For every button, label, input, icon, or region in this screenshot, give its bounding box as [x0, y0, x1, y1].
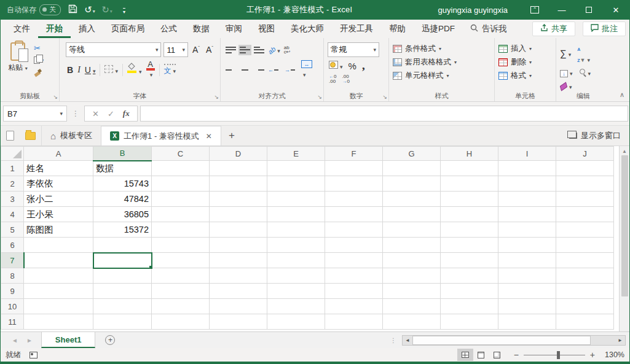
cell-F8[interactable]: [325, 268, 383, 284]
ribbon-display-options-icon[interactable]: ⌃: [521, 0, 548, 20]
cell-H7[interactable]: [441, 253, 498, 268]
borders-icon[interactable]: [104, 64, 118, 76]
font-dialog-launcher[interactable]: ↘: [214, 94, 219, 100]
italic-button[interactable]: I: [77, 65, 81, 75]
ribbon-tab-2[interactable]: 插入: [71, 20, 103, 38]
cancel-icon[interactable]: ✕: [92, 109, 99, 118]
cell-F2[interactable]: [325, 176, 383, 192]
cell-G3[interactable]: [383, 192, 441, 207]
cell-F6[interactable]: [325, 238, 383, 253]
cell-C3[interactable]: [152, 192, 210, 207]
new-document-icon[interactable]: [1, 126, 20, 145]
clear-icon[interactable]: [560, 80, 572, 91]
cell-E1[interactable]: [267, 161, 325, 176]
align-center-icon[interactable]: [240, 66, 250, 74]
sheet-nav-left-icon[interactable]: ◄: [12, 337, 18, 344]
increase-indent-icon[interactable]: →: [285, 66, 297, 74]
view-page-layout-button[interactable]: [473, 349, 489, 361]
cell-G6[interactable]: [383, 238, 441, 253]
align-right-icon[interactable]: [254, 66, 264, 74]
macro-record-icon[interactable]: [30, 352, 37, 358]
formula-bar-handle[interactable]: ⋮: [69, 109, 82, 118]
cell-I7[interactable]: [498, 253, 556, 268]
zoom-slider-thumb[interactable]: [557, 351, 560, 359]
font-name-select[interactable]: 等线: [66, 42, 161, 57]
increase-decimal-icon[interactable]: ←0.00: [329, 74, 336, 84]
format-cells-button[interactable]: 格式▾: [498, 71, 532, 81]
view-page-break-button[interactable]: [489, 349, 505, 361]
cell-E6[interactable]: [267, 238, 325, 253]
zoom-in-button[interactable]: +: [590, 350, 595, 360]
scroll-right-icon[interactable]: ►: [615, 338, 625, 343]
cell-A6[interactable]: [24, 238, 93, 253]
cell-D2[interactable]: [210, 176, 267, 192]
ribbon-tab-5[interactable]: 数据: [185, 20, 218, 38]
cell-B4[interactable]: 36805: [93, 207, 152, 222]
format-painter-icon[interactable]: [34, 68, 44, 77]
cell-F3[interactable]: [325, 192, 383, 207]
row-header-1[interactable]: 1: [1, 161, 24, 176]
decrease-font-icon[interactable]: Aˇ: [204, 45, 215, 55]
cell-H6[interactable]: [441, 238, 498, 253]
vertical-scroll-thumb[interactable]: [621, 155, 628, 296]
row-header-6[interactable]: 6: [1, 238, 24, 253]
cell-D3[interactable]: [210, 192, 267, 207]
cell-G1[interactable]: [383, 161, 441, 176]
cell-A3[interactable]: 张小二: [24, 192, 93, 207]
cell-H5[interactable]: [441, 222, 498, 238]
delete-cells-button[interactable]: 删除▾: [498, 57, 532, 68]
insert-function-icon[interactable]: fx: [123, 109, 130, 118]
cell-E11[interactable]: [267, 314, 325, 330]
ribbon-tab-9[interactable]: 开发工具: [332, 20, 381, 38]
enter-icon[interactable]: ✓: [108, 109, 114, 118]
cell-I6[interactable]: [498, 238, 556, 253]
cell-I1[interactable]: [498, 161, 556, 176]
close-button[interactable]: ✕: [602, 0, 629, 20]
underline-button[interactable]: U: [85, 65, 96, 75]
cell-A4[interactable]: 王小呆: [24, 207, 93, 222]
cell-C10[interactable]: [152, 299, 210, 314]
column-header-A[interactable]: A: [24, 147, 93, 161]
cell-G7[interactable]: [383, 253, 441, 268]
conditional-formatting-button[interactable]: 条件格式▾: [393, 44, 457, 54]
column-header-G[interactable]: G: [383, 147, 441, 161]
paste-button[interactable]: 粘贴 ▾: [4, 41, 31, 91]
cell-F9[interactable]: [325, 284, 383, 299]
cell-G4[interactable]: [383, 207, 441, 222]
cell-J1[interactable]: [556, 161, 614, 176]
new-tab-button[interactable]: +: [221, 126, 242, 145]
cell-A1[interactable]: 姓名: [24, 161, 93, 176]
cell-A7[interactable]: [24, 253, 93, 268]
cell-H2[interactable]: [441, 176, 498, 192]
merge-center-icon[interactable]: ↔: [301, 60, 312, 79]
number-dialog-launcher[interactable]: ↘: [382, 94, 387, 100]
cell-G2[interactable]: [383, 176, 441, 192]
row-header-9[interactable]: 9: [1, 284, 24, 299]
ribbon-tab-0[interactable]: 文件: [6, 20, 38, 38]
cell-I9[interactable]: [498, 284, 556, 299]
cell-J9[interactable]: [556, 284, 614, 299]
row-header-4[interactable]: 4: [1, 207, 24, 222]
scroll-left-icon[interactable]: ◄: [403, 338, 412, 343]
align-left-icon[interactable]: [226, 66, 236, 74]
column-header-I[interactable]: I: [498, 147, 556, 161]
horizontal-scroll-thumb[interactable]: [412, 336, 591, 345]
cell-G11[interactable]: [383, 314, 441, 330]
ribbon-tab-7[interactable]: 视图: [250, 20, 283, 38]
cell-E10[interactable]: [267, 299, 325, 314]
cell-styles-button[interactable]: 单元格样式▾: [393, 71, 457, 81]
cell-H3[interactable]: [441, 192, 498, 207]
cell-A11[interactable]: [24, 314, 93, 330]
maximize-button[interactable]: [575, 0, 602, 20]
undo-icon[interactable]: ↺▾: [84, 4, 95, 15]
cell-B2[interactable]: 15743: [93, 176, 152, 192]
cell-H11[interactable]: [441, 314, 498, 330]
cell-C7[interactable]: [152, 253, 210, 268]
wrap-text-icon[interactable]: abc↩: [284, 45, 291, 54]
sheet-tab-active[interactable]: Sheet1: [41, 332, 96, 348]
formula-input[interactable]: [140, 106, 628, 122]
cell-F7[interactable]: [325, 253, 383, 268]
cell-I10[interactable]: [498, 299, 556, 314]
add-sheet-button[interactable]: +: [95, 332, 125, 348]
cell-J10[interactable]: [556, 299, 614, 314]
